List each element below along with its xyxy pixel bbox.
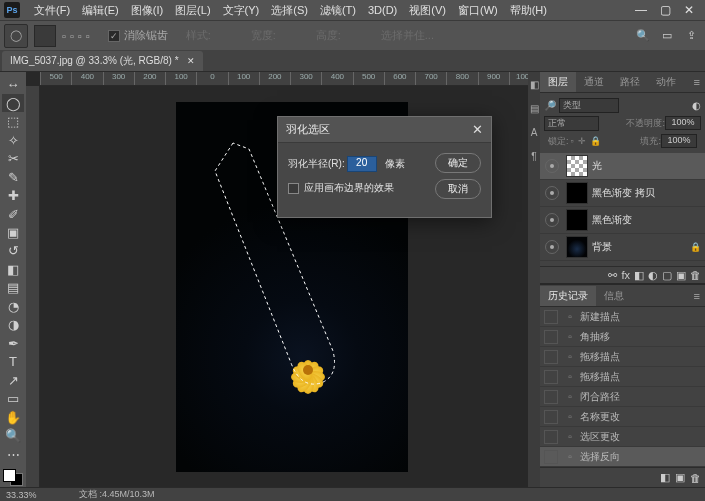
history-item[interactable]: ▫闭合路径	[540, 387, 705, 407]
layer-thumb[interactable]	[566, 182, 588, 204]
workspace-icon[interactable]: ▭	[657, 26, 677, 46]
history-item[interactable]: ▫选择反向	[540, 447, 705, 467]
window-maximize-icon[interactable]: ▢	[653, 3, 677, 17]
selection-mode-intersect[interactable]: ▫	[86, 30, 90, 42]
lock-position-icon[interactable]: ✛	[578, 136, 586, 146]
type-tool-icon[interactable]: T	[2, 353, 24, 370]
tab-info[interactable]: 信息	[596, 286, 632, 306]
zoom-field[interactable]: 33.33%	[6, 490, 71, 500]
cancel-button[interactable]: 取消	[435, 179, 481, 199]
dialog-titlebar[interactable]: 羽化选区 ✕	[278, 117, 491, 143]
layer-name[interactable]: 背景	[592, 240, 690, 254]
layer-thumb[interactable]	[566, 209, 588, 231]
visibility-icon[interactable]	[545, 213, 559, 227]
marquee-tool-icon[interactable]: ⬚	[2, 113, 24, 130]
panel-menu-icon[interactable]: ≡	[689, 287, 705, 305]
layer-thumb[interactable]	[566, 236, 588, 258]
layer-row[interactable]: 黑色渐变 拷贝	[540, 180, 705, 207]
layer-row[interactable]: 背景 🔒	[540, 234, 705, 261]
fill-value[interactable]: 100%	[661, 134, 697, 148]
opacity-value[interactable]: 100%	[665, 116, 701, 130]
layer-name[interactable]: 黑色渐变 拷贝	[592, 186, 703, 200]
refine-edge-label[interactable]: 选择并住...	[381, 28, 434, 43]
path-tool-icon[interactable]: ↗	[2, 372, 24, 389]
close-icon[interactable]: ✕	[472, 122, 483, 137]
lock-all-icon[interactable]: 🔒	[590, 136, 601, 146]
filter-toggle-icon[interactable]: ◐	[692, 100, 701, 111]
visibility-icon[interactable]	[545, 186, 559, 200]
layer-row[interactable]: 黑色渐变	[540, 207, 705, 234]
gradient-tool-icon[interactable]: ▤	[2, 279, 24, 296]
layer-row[interactable]: 光	[540, 153, 705, 180]
group-icon[interactable]: ▢	[662, 269, 672, 282]
antialias-checkbox[interactable]: ✓	[108, 30, 120, 42]
new-snapshot-icon[interactable]: ◧	[660, 471, 670, 484]
zoom-tool-icon[interactable]: 🔍	[2, 427, 24, 444]
layer-thumb[interactable]	[566, 155, 588, 177]
history-item[interactable]: ▫拖移描点	[540, 367, 705, 387]
eyedropper-tool-icon[interactable]: ✎	[2, 168, 24, 185]
blend-mode-select[interactable]: 正常	[544, 116, 599, 131]
menu-help[interactable]: 帮助(H)	[504, 1, 553, 20]
layer-filter-type[interactable]: 类型	[559, 98, 619, 113]
panel-menu-icon[interactable]: ≡	[689, 73, 705, 91]
layer-name[interactable]: 光	[592, 159, 703, 173]
crop-tool-icon[interactable]: ✂	[2, 150, 24, 167]
history-brush-tool-icon[interactable]: ↺	[2, 242, 24, 259]
selection-mode-subtract[interactable]: ▫	[78, 30, 82, 42]
tab-history[interactable]: 历史记录	[540, 286, 596, 306]
adjustment-icon[interactable]: ◐	[648, 269, 658, 282]
history-item[interactable]: ▫选区更改	[540, 427, 705, 447]
foreground-swatch[interactable]	[3, 469, 16, 482]
active-tool-indicator[interactable]: ◯	[4, 24, 28, 48]
visibility-icon[interactable]	[545, 240, 559, 254]
tab-paths[interactable]: 路径	[612, 72, 648, 92]
hand-tool-icon[interactable]: ✋	[2, 408, 24, 425]
menu-file[interactable]: 文件(F)	[28, 1, 76, 20]
new-state-icon[interactable]: ▣	[675, 471, 685, 484]
window-minimize-icon[interactable]: —	[629, 3, 653, 17]
dodge-tool-icon[interactable]: ◑	[2, 316, 24, 333]
close-tab-icon[interactable]: ✕	[187, 56, 195, 66]
trash-icon[interactable]: 🗑	[690, 472, 701, 484]
panel-icon-4[interactable]: ¶	[528, 144, 540, 168]
document-tab[interactable]: IMG_5037.jpg @ 33.3% (光, RGB/8) * ✕	[2, 51, 203, 71]
magic-wand-tool-icon[interactable]: ✧	[2, 131, 24, 148]
panel-icon-2[interactable]: ▤	[528, 96, 540, 120]
selection-mode-add[interactable]: ▫	[70, 30, 74, 42]
doc-info[interactable]: 文档 :4.45M/10.3M	[79, 488, 155, 501]
shape-tool-icon[interactable]: ▭	[2, 390, 24, 407]
panel-icon-1[interactable]: ◧	[528, 72, 540, 96]
search-icon[interactable]: 🔍	[633, 26, 653, 46]
blur-tool-icon[interactable]: ◔	[2, 298, 24, 315]
new-doc-dropdown[interactable]	[34, 25, 56, 47]
history-item[interactable]: ▫拖移描点	[540, 347, 705, 367]
more-tools-icon[interactable]: ⋯	[2, 445, 24, 462]
pen-tool-icon[interactable]: ✒	[2, 335, 24, 352]
trash-icon[interactable]: 🗑	[690, 269, 701, 281]
ok-button[interactable]: 确定	[435, 153, 481, 173]
selection-mode-new[interactable]: ▫	[62, 30, 66, 42]
menu-filter[interactable]: 滤镜(T)	[314, 1, 362, 20]
mask-icon[interactable]: ◧	[634, 269, 644, 282]
radius-input[interactable]: 20	[347, 156, 377, 172]
menu-edit[interactable]: 编辑(E)	[76, 1, 125, 20]
brush-tool-icon[interactable]: ✐	[2, 205, 24, 222]
clone-tool-icon[interactable]: ▣	[2, 224, 24, 241]
layer-name[interactable]: 黑色渐变	[592, 213, 703, 227]
tab-actions[interactable]: 动作	[648, 72, 684, 92]
layer-style-icon[interactable]: fx	[621, 269, 630, 281]
tab-channels[interactable]: 通道	[576, 72, 612, 92]
menu-type[interactable]: 文字(Y)	[217, 1, 266, 20]
visibility-icon[interactable]	[545, 159, 559, 173]
menu-layer[interactable]: 图层(L)	[169, 1, 216, 20]
menu-view[interactable]: 视图(V)	[403, 1, 452, 20]
eraser-tool-icon[interactable]: ◧	[2, 261, 24, 278]
window-close-icon[interactable]: ✕	[677, 3, 701, 17]
canvas-effect-checkbox[interactable]	[288, 183, 299, 194]
tab-layers[interactable]: 图层	[540, 72, 576, 92]
link-layers-icon[interactable]: ⚯	[608, 269, 617, 282]
move-tool-icon[interactable]: ↔	[2, 76, 24, 93]
history-item[interactable]: ▫名称更改	[540, 407, 705, 427]
history-item[interactable]: ▫角抽移	[540, 327, 705, 347]
